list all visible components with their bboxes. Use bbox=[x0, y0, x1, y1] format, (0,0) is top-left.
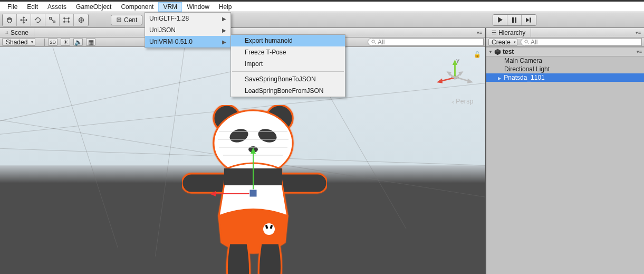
menu-vrm[interactable]: VRM bbox=[158, 2, 182, 12]
menu-assets[interactable]: Assets bbox=[43, 2, 71, 12]
submenu-save-springbone[interactable]: SaveSpringBoneToJSON bbox=[231, 73, 345, 85]
rotate-icon bbox=[34, 16, 42, 24]
scene-character-panda bbox=[182, 105, 327, 274]
transform-tool-group bbox=[2, 14, 89, 26]
submenu-import[interactable]: Import bbox=[231, 58, 345, 70]
svg-rect-11 bbox=[512, 17, 514, 23]
hierarchy-tree[interactable]: ▼ test ▾≡ Main Camera Directional Light … bbox=[486, 47, 644, 274]
svg-rect-14 bbox=[530, 17, 531, 22]
hierarchy-search-field[interactable]: All bbox=[521, 38, 642, 46]
submenu-arrow-icon: ▶ bbox=[222, 16, 226, 22]
svg-marker-39 bbox=[437, 78, 443, 83]
play-controls bbox=[493, 14, 536, 26]
hierarchy-create-dropdown[interactable]: Create bbox=[488, 39, 517, 46]
combined-icon bbox=[78, 16, 85, 24]
vrm-menu-unijson[interactable]: UniJSON ▶ bbox=[145, 24, 230, 36]
hierarchy-tab-menu-icon[interactable]: ▾≡ bbox=[636, 30, 644, 35]
menu-bar: File Edit Assets GameObject Component VR… bbox=[0, 2, 644, 12]
orientation-gizmo[interactable]: y bbox=[435, 58, 475, 97]
scene-tab[interactable]: ⌗ Scene bbox=[0, 29, 34, 37]
menu-edit[interactable]: Edit bbox=[22, 2, 43, 12]
rotate-tool[interactable] bbox=[31, 14, 45, 26]
pause-icon bbox=[512, 17, 517, 23]
menu-separator bbox=[232, 71, 344, 72]
scene-light-toggle[interactable]: ☀ bbox=[61, 38, 70, 46]
svg-marker-13 bbox=[526, 17, 529, 22]
submenu-export-humanoid[interactable]: Export humanoid bbox=[231, 35, 345, 46]
svg-point-25 bbox=[263, 223, 275, 235]
transform-tool[interactable] bbox=[74, 14, 88, 26]
svg-rect-12 bbox=[515, 17, 516, 23]
speaker-icon: 🔈 bbox=[74, 39, 82, 46]
vrm-menu-item-label: UniGLTF-1.28 bbox=[149, 15, 189, 22]
scene-search-field[interactable]: All bbox=[368, 38, 484, 46]
svg-point-28 bbox=[265, 225, 267, 227]
vrm-menu-item-label: UniVRM-0.51.0 bbox=[149, 38, 193, 45]
menu-component[interactable]: Component bbox=[116, 2, 158, 12]
vrm-menu-item-label: UniJSON bbox=[149, 26, 176, 34]
camera-projection-label[interactable]: ◃ Persp bbox=[451, 98, 474, 105]
submenu-arrow-icon: ▶ bbox=[222, 27, 226, 33]
hierarchy-item[interactable]: Directional Light bbox=[486, 65, 644, 73]
menu-window[interactable]: Window bbox=[182, 2, 214, 12]
submenu-arrow-icon: ▶ bbox=[222, 39, 226, 45]
shading-mode-dropdown[interactable]: Shaded bbox=[2, 38, 35, 46]
scene-fx-toggle[interactable]: ▦ bbox=[86, 38, 95, 46]
move-icon bbox=[20, 16, 27, 24]
hierarchy-panel: ☰ Hierarchy ▾≡ Create All ▼ test ▾≡ bbox=[486, 28, 644, 274]
move-tool[interactable] bbox=[17, 14, 31, 26]
svg-rect-1 bbox=[53, 21, 55, 23]
play-button[interactable] bbox=[493, 15, 507, 25]
svg-point-46 bbox=[525, 40, 527, 43]
submenu-freeze-tpose[interactable]: Freeze T-Pose bbox=[231, 46, 345, 58]
scene-search-placeholder: All bbox=[378, 39, 385, 46]
rect-tool[interactable] bbox=[60, 14, 74, 26]
hierarchy-tab[interactable]: ☰ Hierarchy bbox=[486, 29, 531, 37]
scale-tool[interactable] bbox=[45, 14, 60, 26]
univrm-submenu: Export humanoid Freeze T-Pose Import Sav… bbox=[230, 34, 345, 97]
menu-file[interactable]: File bbox=[3, 2, 22, 12]
svg-marker-10 bbox=[498, 17, 503, 23]
vrm-dropdown-menu: UniGLTF-1.28 ▶ UniJSON ▶ UniVRM-0.51.0 ▶ bbox=[145, 12, 231, 48]
vrm-menu-unigltf[interactable]: UniGLTF-1.28 ▶ bbox=[145, 13, 230, 24]
lock-icon[interactable]: 🔓 bbox=[474, 51, 481, 58]
hierarchy-item-selected[interactable]: ▶ Pnatsda_1101 bbox=[486, 73, 644, 82]
svg-rect-34 bbox=[249, 190, 257, 197]
hierarchy-tab-label: Hierarchy bbox=[498, 29, 525, 36]
scale-icon bbox=[49, 16, 56, 24]
play-icon bbox=[497, 17, 503, 23]
unity-logo-icon bbox=[494, 49, 501, 55]
vrm-menu-univrm[interactable]: UniVRM-0.51.0 ▶ bbox=[145, 36, 230, 48]
svg-rect-0 bbox=[50, 17, 52, 19]
hand-tool[interactable] bbox=[3, 14, 17, 26]
scene-tab-menu-icon[interactable]: ▾≡ bbox=[477, 30, 485, 35]
pivot-center-button[interactable]: Cent bbox=[111, 15, 142, 25]
svg-rect-2 bbox=[64, 18, 69, 22]
axis-y-label: y bbox=[456, 58, 459, 63]
toolbar: Cent bbox=[0, 12, 644, 28]
menu-help[interactable]: Help bbox=[214, 2, 237, 12]
scene-tab-label: Scene bbox=[11, 29, 28, 36]
hierarchy-scene-root[interactable]: ▼ test ▾≡ bbox=[486, 47, 644, 56]
search-icon bbox=[524, 40, 529, 44]
shading-mode-label: Shaded bbox=[6, 39, 27, 46]
submenu-load-springbone[interactable]: LoadSpringBoneFromJSON bbox=[231, 85, 345, 97]
center-icon bbox=[116, 17, 122, 23]
hierarchy-item[interactable]: Main Camera bbox=[486, 56, 644, 65]
step-icon bbox=[526, 17, 532, 23]
svg-marker-41 bbox=[467, 78, 473, 83]
hierarchy-search-placeholder: All bbox=[531, 39, 537, 46]
view-2d-toggle[interactable]: 2D bbox=[48, 38, 57, 46]
expand-triangle-icon[interactable]: ▶ bbox=[498, 76, 502, 81]
svg-point-15 bbox=[372, 40, 374, 43]
hierarchy-icon: ☰ bbox=[492, 30, 496, 35]
pause-button[interactable] bbox=[507, 15, 522, 25]
hierarchy-create-label: Create bbox=[492, 39, 511, 46]
svg-rect-8 bbox=[117, 18, 121, 22]
scene-audio-toggle[interactable]: 🔈 bbox=[73, 38, 83, 46]
scene-context-menu-icon[interactable]: ▾≡ bbox=[637, 49, 642, 54]
expand-triangle-icon[interactable]: ▼ bbox=[488, 50, 493, 54]
step-button[interactable] bbox=[522, 15, 536, 25]
pivot-center-label: Cent bbox=[124, 16, 137, 24]
menu-gameobject[interactable]: GameObject bbox=[71, 2, 116, 12]
